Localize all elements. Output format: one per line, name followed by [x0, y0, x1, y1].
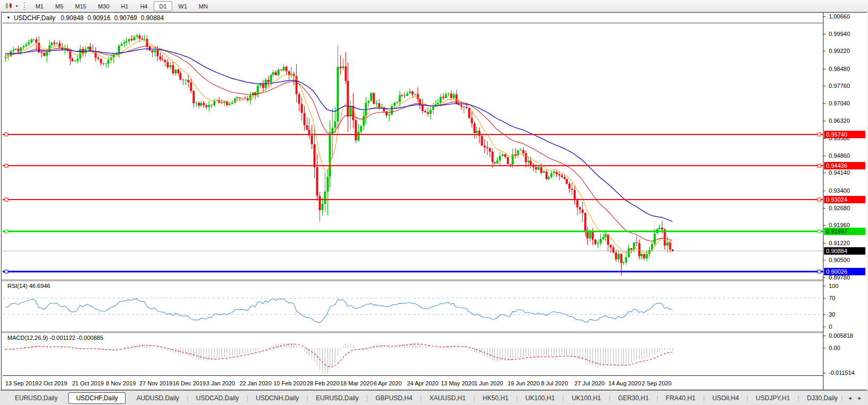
rsi-axis-label: 70 [829, 295, 835, 301]
date-axis-label: 28 Feb 2020 [307, 380, 340, 386]
axis-tick [823, 51, 826, 51]
axis-tick [823, 34, 826, 34]
timeframe-button-h4[interactable]: H4 [135, 1, 153, 11]
date-axis-label: 10 Feb 2020 [273, 380, 306, 386]
timeframe-button-mn[interactable]: MN [193, 1, 213, 11]
axis-tick [823, 86, 826, 86]
price-axis-label: 0.94860 [829, 152, 850, 159]
timeframe-button-m5[interactable]: M5 [50, 1, 68, 11]
tab-separator: | [655, 394, 659, 402]
chart-tab-usdjpy-h1[interactable]: USDJPY,H1 [749, 393, 796, 403]
macd-axis-label: 0.005818 [829, 332, 853, 339]
axis-tick [823, 208, 826, 209]
hline-handle[interactable] [5, 164, 8, 167]
timeframe-button-d1[interactable]: D1 [154, 1, 172, 11]
rsi-pane: RSI(14) 46.6946 [3, 281, 823, 331]
pane-resize-handle[interactable] [2, 280, 823, 281]
chart-tab-xauusd-h1[interactable]: XAUUSD,H1 [423, 393, 472, 403]
date-axis-label: 1 Jun 2020 [474, 380, 503, 386]
price-axis-label: 0.99220 [829, 48, 850, 54]
price-axis-label: 0.96320 [829, 118, 850, 124]
chart-tab-eurusd-daily[interactable]: EURUSD,Daily [309, 393, 365, 403]
chart-tab-usdchf-daily[interactable]: USDCHF,Daily [68, 392, 126, 404]
axis-tick [823, 286, 826, 286]
timeframe-button-h1[interactable]: H1 [116, 1, 134, 11]
price-axis-label: 0.97760 [829, 83, 850, 89]
axis-tick [823, 156, 826, 156]
tab-separator: | [796, 394, 801, 402]
chart-tab-gbpusd-h4[interactable]: GBPUSD,H4 [369, 393, 419, 403]
tab-separator: | [702, 394, 706, 402]
chart-type-button[interactable]: ▼ [3, 1, 21, 11]
hline-handle[interactable] [5, 198, 8, 201]
tab-separator: | [245, 394, 250, 402]
chart-tab-uk100-h1[interactable]: UK100,H1 [565, 393, 607, 403]
chart-tab-fra40-h1[interactable]: FRA40,H1 [659, 393, 702, 403]
date-axis-label: 8 Jul 2020 [541, 380, 568, 386]
hline-handle[interactable] [5, 133, 8, 136]
price-pane[interactable] [3, 13, 823, 280]
date-axis-label: 2 Oct 2019 [39, 380, 67, 386]
pane-resize-handle[interactable] [2, 331, 823, 333]
chart-tab-usdcnh-daily[interactable]: USDCNH,Daily [250, 393, 305, 403]
toolbar-grip[interactable] [24, 2, 25, 10]
chart-tab-ger30-h1[interactable]: GER30,H1 [612, 393, 655, 403]
macd-axis-label: 0.00 [829, 345, 840, 351]
axis-tick [823, 243, 826, 244]
chart-tab-audusd-daily[interactable]: AUDUSD,Daily [130, 393, 185, 403]
price-axis-label: 0.90500 [829, 257, 850, 263]
date-axis-label: 27 Jul 2020 [574, 380, 605, 386]
macd-label: MACD(12,26,9) -0.001122 -0.000885 [7, 335, 103, 341]
rsi-chart[interactable] [3, 281, 823, 331]
chart-tab-usdcad-daily[interactable]: USDCAD,Daily [190, 393, 245, 403]
date-axis-label: 24 Apr 2020 [407, 380, 438, 386]
hline-handle[interactable] [818, 164, 821, 167]
hline-handle[interactable] [818, 270, 821, 273]
chart-window: ▼ USDCHF,Daily 0.90848 0.90916 0.90769 0… [1, 12, 867, 390]
mt4-workspace: ▼ M1M5M15M30H1H4D1W1MN ▼ USDCHF,Daily 0.… [0, 0, 868, 405]
price-line-badge-0.94436: 0.94436 [824, 162, 865, 169]
chart-tab-hk50-h1[interactable]: HK50,H1 [476, 393, 515, 403]
rsi-axis-label: 30 [829, 311, 835, 318]
price-axis: 1.006600.999400.992200.984800.977600.970… [823, 13, 867, 390]
date-axis-label: 14 Aug 2020 [608, 380, 641, 386]
axis-tick [823, 327, 826, 327]
macd-chart[interactable] [3, 333, 823, 375]
price-line-badge-0.93024: 0.93024 [824, 196, 865, 203]
axis-tick [823, 69, 826, 69]
timeframe-button-m30[interactable]: M30 [93, 1, 114, 11]
chart-tab-uk100-h1[interactable]: UK100,H1 [519, 393, 561, 403]
ohlc-high: 0.90916 [87, 14, 110, 22]
date-axis-label: 19 Jun 2020 [508, 380, 540, 386]
hline-handle[interactable] [818, 198, 821, 201]
date-axis-label: 22 Jan 2020 [240, 380, 272, 386]
timeframe-button-m1[interactable]: M1 [30, 1, 49, 11]
chart-tab-usoil-h4[interactable]: USOil,H4 [706, 393, 745, 403]
chart-tabs: EURUSD,DailyUSDCHF,DailyAUDUSD,Daily|USD… [8, 391, 841, 405]
chart-tab-dj30-daily[interactable]: DJ30,Daily [801, 393, 841, 403]
timeframe-button-m15[interactable]: M15 [70, 1, 92, 11]
axis-tick [823, 277, 826, 278]
axis-tick [823, 348, 826, 348]
chart-tab-bar: EURUSD,DailyUSDCHF,DailyAUDUSD,Daily|USD… [0, 390, 868, 405]
hline-handle[interactable] [5, 230, 8, 233]
price-axis-label: 0.99940 [829, 31, 850, 37]
timeframe-button-w1[interactable]: W1 [173, 1, 193, 11]
candlestick-chart-icon [5, 2, 13, 10]
hline-handle[interactable] [818, 133, 821, 136]
date-axis-label: 16 Dec 2019 [173, 380, 206, 386]
hline-handle[interactable] [5, 270, 8, 273]
price-axis-label: 0.93400 [829, 187, 850, 194]
chart-dropdown-icon[interactable]: ▼ [6, 15, 11, 20]
date-axis[interactable]: 13 Sep 20192 Oct 201921 Oct 20198 Nov 20… [3, 375, 823, 390]
price-line-badge-0.95740: 0.95740 [824, 131, 865, 138]
axis-tick [823, 173, 826, 173]
macd-histogram [6, 343, 673, 374]
hline-handle[interactable] [818, 230, 821, 233]
macd-values: -0.001122 -0.000885 [49, 335, 103, 341]
tab-scroll-left-icon[interactable]: ◄ [845, 394, 855, 402]
ohlc-open: 0.90848 [61, 14, 84, 22]
axis-tick [823, 314, 826, 315]
tab-scroll-right-icon[interactable]: ► [855, 394, 865, 402]
chart-tab-eurusd-daily[interactable]: EURUSD,Daily [8, 393, 64, 403]
